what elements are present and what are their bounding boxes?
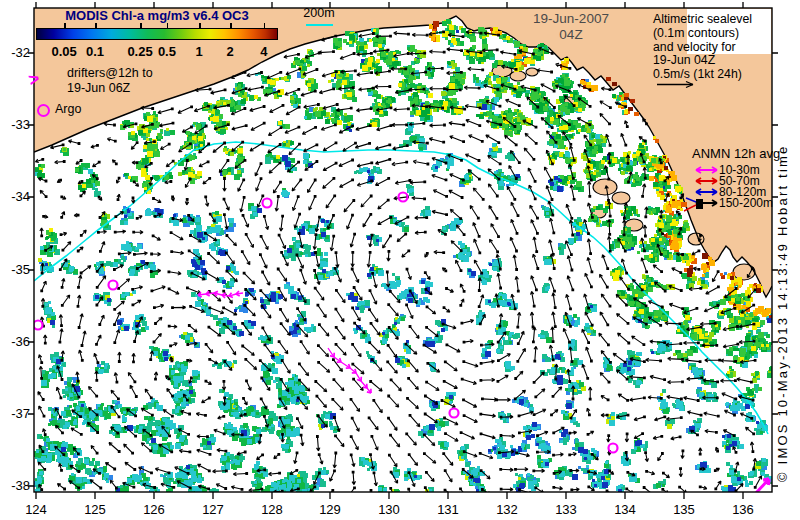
argo-circle-icon xyxy=(37,104,50,117)
x-tick-label: 136 xyxy=(723,502,763,517)
y-tick-label: -37 xyxy=(0,406,30,421)
x-tick-label: 127 xyxy=(193,502,233,517)
colorbar-tick xyxy=(64,23,66,29)
y-tick-label: -34 xyxy=(0,189,30,204)
anmn-legend-title: ANMN 12h avg xyxy=(692,146,780,161)
x-tick-label: 129 xyxy=(310,502,350,517)
x-tick-label: 133 xyxy=(546,502,586,517)
colorbar-tick xyxy=(95,23,97,29)
colorbar xyxy=(36,28,278,40)
altimetry-legend: Altimetric sealevel(0.1m contours)and ve… xyxy=(653,13,752,82)
colorbar-tick-label: 0.05 xyxy=(51,44,76,59)
anmn-depth-arrow-icon xyxy=(694,177,719,185)
argo-float-marker xyxy=(263,199,272,208)
drifters-legend-line2: 19-Jun 06Z xyxy=(67,81,130,95)
drifter-track xyxy=(328,348,371,393)
island xyxy=(510,71,526,81)
island xyxy=(526,68,538,76)
colorbar-tick-label: 1 xyxy=(195,44,202,59)
copyright-text: © IMOS 10-May-2013 14:13:49 Hobart time xyxy=(775,0,790,494)
chl-warm-spot xyxy=(630,99,635,103)
colorbar-tick xyxy=(230,23,232,29)
colorbar-tick-label: 0.25 xyxy=(127,44,152,59)
chl-warm-spot xyxy=(612,82,617,86)
colorbar-tick-label: 4 xyxy=(260,44,267,59)
chl-warm-spot xyxy=(628,107,633,111)
colorbar-title: MODIS Chl-a mg/m3 v6.4 OC3 xyxy=(36,8,278,23)
x-tick-label: 132 xyxy=(487,502,527,517)
y-tick-label: -36 xyxy=(0,334,30,349)
argo-legend-label: Argo xyxy=(55,102,81,116)
x-tick-label: 134 xyxy=(605,502,645,517)
drifter-track xyxy=(198,291,243,298)
x-tick-label: 135 xyxy=(664,502,704,517)
date-label: 19-Jun-2007 xyxy=(511,11,631,26)
colorbar-tick xyxy=(167,23,169,29)
altimetry-legend-line: Altimetric sealevel xyxy=(653,13,752,27)
altimetry-legend-line: (0.1m contours) xyxy=(653,27,752,41)
argo-float-marker xyxy=(34,321,43,330)
chl-warm-spot xyxy=(606,77,611,81)
x-tick-label: 125 xyxy=(75,502,115,517)
colorbar-tick xyxy=(140,23,142,29)
island xyxy=(733,264,755,280)
x-tick-label: 126 xyxy=(134,502,174,517)
ocean-current-chart: MODIS Chl-a mg/m3 v6.4 OC3 0.050.10.250.… xyxy=(0,0,800,520)
chl-warm-spot xyxy=(634,112,639,116)
y-tick-label: -38 xyxy=(0,478,30,493)
isobath-key-line xyxy=(306,24,333,26)
time-label: 04Z xyxy=(511,27,631,42)
chl-warm-spot xyxy=(624,93,629,97)
anmn-depth-arrow-icon xyxy=(694,199,719,207)
x-tick-label: 130 xyxy=(369,502,409,517)
island xyxy=(612,192,630,204)
altimetry-legend-line: and velocity for xyxy=(653,41,752,55)
colorbar-tick xyxy=(264,23,266,29)
island xyxy=(593,179,617,195)
y-tick-label: -32 xyxy=(0,45,30,60)
anmn-depth-arrow-icon xyxy=(694,188,719,196)
x-tick-label: 124 xyxy=(16,502,56,517)
x-tick-label: 128 xyxy=(252,502,292,517)
altimetry-legend-line: 19-Jun 04Z xyxy=(653,54,752,68)
x-tick-label: 131 xyxy=(428,502,468,517)
colorbar-tick xyxy=(199,23,201,29)
velocity-scale-arrow xyxy=(655,79,701,90)
argo-float-marker xyxy=(609,444,618,453)
anmn-depth-arrow-icon xyxy=(694,166,719,174)
colorbar-tick-label: 2 xyxy=(226,44,233,59)
drifters-legend-line1: drifters@12h to xyxy=(67,66,153,80)
argo-float-marker xyxy=(109,281,118,290)
y-tick-label: -33 xyxy=(0,117,30,132)
drifter-track xyxy=(756,479,769,493)
y-tick-label: -35 xyxy=(0,262,30,277)
colorbar-tick-label: 0.1 xyxy=(86,44,104,59)
isobath-depth-label: 200m xyxy=(296,6,342,20)
anmn-depth-label: 150-200m xyxy=(719,196,773,210)
argo-float-marker xyxy=(450,409,459,418)
colorbar-tick-label: 0.5 xyxy=(158,44,176,59)
